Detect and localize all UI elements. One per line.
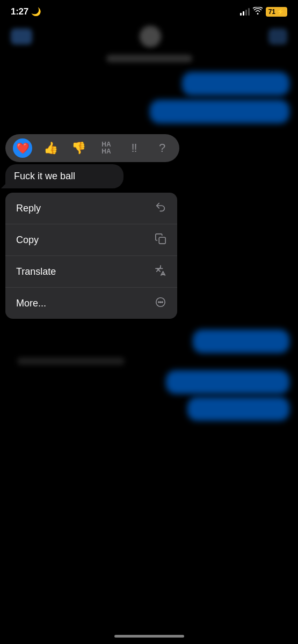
contact-name-area xyxy=(0,53,298,67)
signal-icon xyxy=(240,8,250,16)
context-menu-copy[interactable]: Copy xyxy=(5,224,177,256)
status-icons: 71 ⚡ xyxy=(240,7,287,17)
blurred-bubble-3 xyxy=(193,330,289,353)
blurred-bubble-1 xyxy=(182,72,289,96)
navigation-header xyxy=(0,20,298,53)
more-icon xyxy=(155,296,166,310)
blurred-message-row-2 xyxy=(0,100,298,123)
blurred-message-row-5 xyxy=(9,397,289,421)
focused-message-text: Fuck it we ball xyxy=(14,171,75,181)
contact-name-blurred xyxy=(106,55,192,62)
moon-icon: 🌙 xyxy=(31,7,41,17)
more-label: More... xyxy=(16,298,46,309)
reaction-haha[interactable]: HAHA xyxy=(97,138,116,158)
chat-content: ❤️ 👍 👎 HAHA ‼ ? Fuck it we ball Reply xyxy=(0,67,298,421)
back-button[interactable] xyxy=(11,28,32,45)
reply-icon xyxy=(155,201,166,215)
blurred-message-row-3 xyxy=(9,330,289,353)
reaction-thumbsup[interactable]: 👍 xyxy=(41,138,60,158)
blurred-bubble-5 xyxy=(187,397,289,421)
blurred-message-row-1 xyxy=(0,72,298,96)
status-time: 1:27 xyxy=(11,6,28,17)
translate-icon xyxy=(155,265,166,279)
blurred-bubble-4 xyxy=(166,370,289,394)
copy-label: Copy xyxy=(16,235,39,246)
battery-indicator: 71 ⚡ xyxy=(266,7,287,17)
reaction-question[interactable]: ? xyxy=(152,138,172,158)
copy-icon xyxy=(155,233,166,247)
timestamp-blurred xyxy=(17,357,125,365)
focused-message-bubble: Fuck it we ball xyxy=(5,164,123,188)
more-button[interactable] xyxy=(268,28,287,45)
svg-point-4 xyxy=(162,302,163,303)
reaction-exclaim[interactable]: ‼ xyxy=(125,138,144,158)
svg-point-2 xyxy=(158,302,159,303)
reaction-thumbsdown[interactable]: 👎 xyxy=(69,138,88,158)
wifi-icon xyxy=(253,7,263,17)
context-menu-reply[interactable]: Reply xyxy=(5,193,177,224)
context-menu: Reply Copy Translate xyxy=(5,193,177,319)
translate-label: Translate xyxy=(16,266,56,277)
reaction-bar[interactable]: ❤️ 👍 👎 HAHA ‼ ? xyxy=(5,134,179,162)
blurred-bubble-2 xyxy=(150,100,289,123)
battery-bolt-icon: ⚡ xyxy=(277,8,285,16)
bottom-chat-area xyxy=(0,330,298,421)
battery-level: 71 xyxy=(268,8,275,16)
status-bar: 1:27 🌙 71 ⚡ xyxy=(0,0,298,20)
svg-point-3 xyxy=(160,302,161,303)
context-menu-more[interactable]: More... xyxy=(5,288,177,319)
blurred-message-row-4 xyxy=(9,370,289,394)
svg-rect-0 xyxy=(159,237,165,244)
contact-avatar[interactable] xyxy=(140,26,161,47)
reaction-heart[interactable]: ❤️ xyxy=(13,138,32,158)
reply-label: Reply xyxy=(16,203,41,214)
context-menu-translate[interactable]: Translate xyxy=(5,256,177,288)
home-indicator xyxy=(114,635,184,638)
